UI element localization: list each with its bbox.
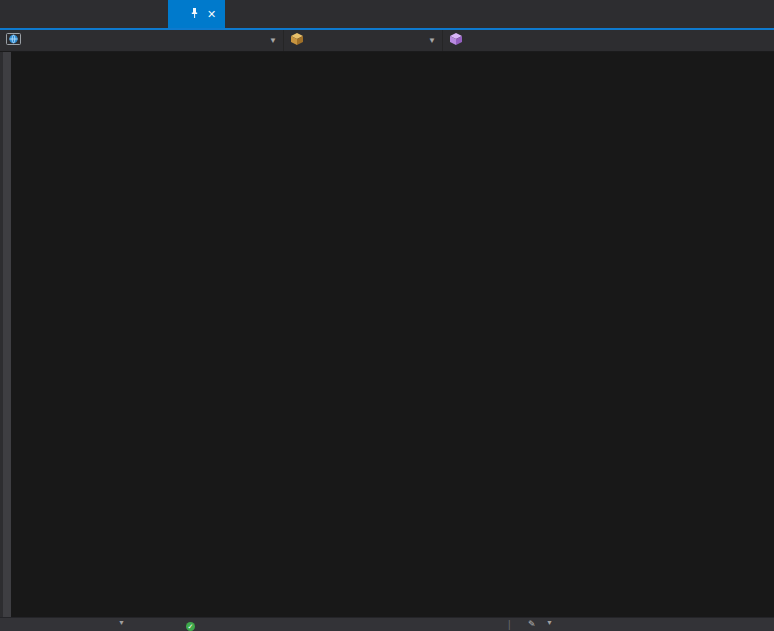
close-icon[interactable]: ✕: [207, 9, 216, 20]
vs-editor-window: ✕ ▼ ▼ ▼ ✓: [0, 0, 774, 631]
chevron-down-icon: ▼: [269, 36, 277, 45]
type-dropdown[interactable]: ▼: [284, 30, 443, 51]
project-dropdown[interactable]: ▼: [0, 30, 284, 51]
document-tab-bar: ✕: [0, 0, 774, 30]
tab-startup[interactable]: [225, 0, 253, 28]
code-editor[interactable]: [0, 52, 774, 617]
pin-icon[interactable]: [189, 7, 200, 22]
pen-chevron-icon[interactable]: ▼: [546, 619, 553, 626]
navigation-bar: ▼ ▼: [0, 30, 774, 52]
method-icon: [449, 32, 463, 49]
tab-classinfo[interactable]: [757, 0, 774, 28]
status-divider: |: [508, 619, 511, 630]
tab-homecontroller[interactable]: [0, 0, 168, 28]
indicator-margin[interactable]: [3, 52, 11, 617]
member-dropdown[interactable]: [443, 30, 774, 51]
chevron-down-icon: ▼: [428, 36, 436, 45]
project-icon: [6, 32, 21, 49]
status-bar: ▼ ✓ | ✎ ▼: [0, 617, 774, 631]
pen-icon[interactable]: ✎: [528, 619, 536, 629]
code-surface[interactable]: [0, 52, 774, 54]
class-icon: [290, 32, 304, 49]
health-check-icon[interactable]: ✓: [186, 619, 195, 631]
zoom-chevron-icon[interactable]: ▼: [118, 619, 125, 626]
tab-program[interactable]: ✕: [168, 0, 225, 28]
